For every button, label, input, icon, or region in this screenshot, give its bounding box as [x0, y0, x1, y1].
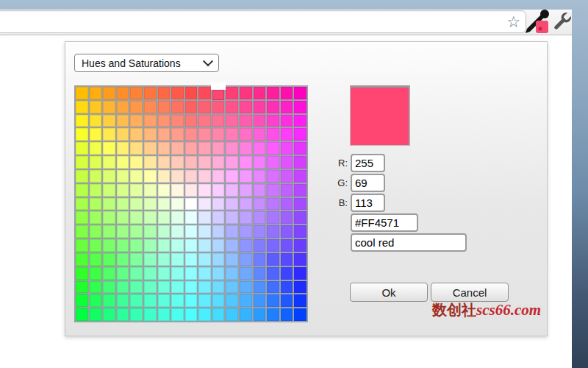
palette-cell[interactable]: [90, 115, 102, 127]
palette-cell[interactable]: [212, 128, 225, 141]
palette-cell[interactable]: [171, 211, 184, 224]
palette-cell-selected[interactable]: [212, 87, 225, 99]
palette-cell[interactable]: [171, 281, 184, 294]
palette-cell[interactable]: [90, 198, 102, 210]
palette-cell[interactable]: [185, 281, 198, 294]
palette-cell[interactable]: [198, 198, 211, 210]
palette-cell[interactable]: [294, 281, 306, 294]
palette-cell[interactable]: [212, 281, 225, 294]
palette-cell[interactable]: [185, 239, 198, 252]
palette-cell[interactable]: [240, 156, 252, 169]
palette-cell[interactable]: [117, 184, 129, 197]
palette-cell[interactable]: [254, 253, 266, 266]
palette-cell[interactable]: [117, 128, 129, 141]
palette-cell[interactable]: [198, 239, 211, 252]
palette-cell[interactable]: [281, 211, 293, 224]
palette-cell[interactable]: [144, 294, 157, 307]
palette-cell[interactable]: [103, 115, 115, 127]
palette-cell[interactable]: [130, 170, 143, 183]
cancel-button[interactable]: Cancel: [431, 283, 509, 302]
palette-cell[interactable]: [158, 128, 171, 141]
hex-input[interactable]: [351, 213, 418, 232]
palette-cell[interactable]: [130, 239, 143, 252]
palette-cell[interactable]: [240, 225, 252, 238]
palette-cell[interactable]: [226, 142, 238, 155]
palette-cell[interactable]: [267, 156, 279, 169]
palette-cell[interactable]: [198, 211, 211, 224]
palette-cell[interactable]: [185, 115, 198, 127]
palette-cell[interactable]: [281, 115, 293, 127]
palette-cell[interactable]: [76, 253, 88, 266]
palette-cell[interactable]: [198, 267, 211, 280]
palette-cell[interactable]: [198, 142, 211, 155]
palette-cell[interactable]: [144, 267, 157, 280]
palette-cell[interactable]: [171, 253, 184, 266]
palette-cell[interactable]: [117, 225, 129, 238]
palette-cell[interactable]: [103, 239, 115, 252]
palette-cell[interactable]: [294, 115, 306, 127]
palette-cell[interactable]: [76, 184, 88, 197]
palette-cell[interactable]: [267, 225, 279, 238]
palette-cell[interactable]: [294, 239, 306, 252]
palette-cell[interactable]: [144, 225, 157, 238]
address-bar[interactable]: ☆: [0, 10, 526, 33]
palette-cell[interactable]: [130, 225, 143, 238]
palette-cell[interactable]: [158, 267, 171, 280]
palette-cell[interactable]: [130, 128, 143, 141]
palette-cell[interactable]: [171, 267, 184, 280]
palette-cell[interactable]: [294, 267, 306, 280]
palette-cell[interactable]: [226, 211, 238, 224]
palette-cell[interactable]: [130, 115, 143, 127]
palette-cell[interactable]: [281, 156, 293, 169]
palette-cell[interactable]: [76, 281, 88, 294]
palette-cell[interactable]: [185, 253, 198, 266]
palette-cell[interactable]: [226, 101, 238, 113]
palette-cell[interactable]: [130, 281, 143, 294]
palette-cell[interactable]: [281, 239, 293, 252]
palette-cell[interactable]: [198, 294, 211, 307]
palette-cell[interactable]: [240, 142, 252, 155]
palette-cell[interactable]: [76, 115, 88, 127]
palette-cell[interactable]: [281, 281, 293, 294]
palette-cell[interactable]: [226, 115, 238, 127]
palette-cell[interactable]: [185, 308, 198, 321]
palette-cell[interactable]: [281, 294, 293, 307]
palette-cell[interactable]: [226, 308, 238, 321]
palette-cell[interactable]: [281, 101, 293, 113]
palette-cell[interactable]: [185, 87, 198, 99]
palette-cell[interactable]: [198, 156, 211, 169]
palette-cell[interactable]: [212, 211, 225, 224]
palette-cell[interactable]: [144, 87, 157, 99]
palette-cell[interactable]: [185, 294, 198, 307]
palette-cell[interactable]: [90, 128, 102, 141]
palette-cell[interactable]: [240, 308, 252, 321]
palette-cell[interactable]: [240, 87, 252, 99]
palette-cell[interactable]: [185, 170, 198, 183]
palette-cell[interactable]: [117, 267, 129, 280]
palette-cell[interactable]: [267, 170, 279, 183]
palette-cell[interactable]: [281, 225, 293, 238]
palette-cell[interactable]: [212, 184, 225, 197]
palette-cell[interactable]: [226, 184, 238, 197]
palette-cell[interactable]: [267, 239, 279, 252]
palette-cell[interactable]: [198, 128, 211, 141]
palette-cell[interactable]: [294, 142, 306, 155]
palette-cell[interactable]: [76, 267, 88, 280]
red-input[interactable]: [351, 154, 385, 172]
palette-cell[interactable]: [76, 294, 88, 307]
palette-cell[interactable]: [130, 156, 143, 169]
palette-cell[interactable]: [281, 128, 293, 141]
palette-cell[interactable]: [158, 115, 171, 127]
palette-cell[interactable]: [158, 184, 171, 197]
palette-cell[interactable]: [76, 128, 88, 141]
palette-cell[interactable]: [117, 156, 129, 169]
palette-cell[interactable]: [117, 198, 129, 210]
palette-cell[interactable]: [144, 308, 157, 321]
palette-cell[interactable]: [240, 198, 252, 210]
palette-cell[interactable]: [171, 101, 184, 113]
palette-cell[interactable]: [198, 225, 211, 238]
palette-cell[interactable]: [130, 184, 143, 197]
palette-cell[interactable]: [158, 87, 171, 99]
palette-cell[interactable]: [130, 267, 143, 280]
palette-cell[interactable]: [171, 294, 184, 307]
